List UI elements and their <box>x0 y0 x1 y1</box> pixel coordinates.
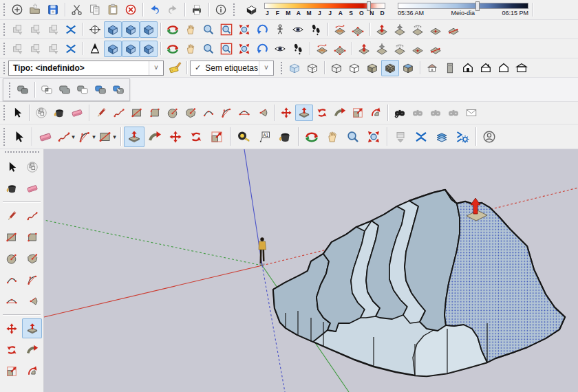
smoove-button[interactable] <box>355 41 373 57</box>
chevron-down-icon[interactable]: ˅ <box>149 61 163 75</box>
dropdown-arrow-icon[interactable]: ▾ <box>113 133 116 140</box>
print-button[interactable] <box>188 1 206 18</box>
warehouse-share-button[interactable] <box>44 41 62 57</box>
union-button[interactable] <box>56 81 74 98</box>
model-viewport[interactable] <box>44 149 578 392</box>
back-view-button[interactable] <box>477 60 495 76</box>
toolbar-grip[interactable] <box>232 2 235 17</box>
look-around-button[interactable] <box>271 41 289 57</box>
stamp-button[interactable] <box>391 21 409 38</box>
zoom-button[interactable] <box>343 127 363 147</box>
eraser-button[interactable] <box>35 127 56 147</box>
soften-edges-button[interactable] <box>62 21 80 38</box>
tin-from-scratch-button[interactable] <box>331 41 349 57</box>
circle-button[interactable] <box>164 105 182 121</box>
right-view-button[interactable] <box>513 60 531 76</box>
shadow-time-slider[interactable]: 05:36 AM Meio-dia 06:15 PM <box>398 3 528 17</box>
camera-lock-button[interactable] <box>427 105 445 121</box>
shaded-with-textures-button[interactable] <box>381 60 399 76</box>
flip-edge-button[interactable] <box>445 21 462 38</box>
push-pull-button[interactable] <box>295 105 313 121</box>
text-button[interactable]: A1 <box>254 127 275 147</box>
polygon-button[interactable] <box>22 248 42 268</box>
classification-type-combo[interactable]: Tipo: <indefinido> ˅ <box>8 61 164 76</box>
orbit-button[interactable] <box>164 21 182 38</box>
paint-bucket-button[interactable] <box>1 178 21 198</box>
warehouse-get-button[interactable] <box>8 21 26 38</box>
zoom-extents-button[interactable] <box>363 127 384 147</box>
intersect-button[interactable] <box>38 81 56 98</box>
zoom-extents-button[interactable] <box>235 21 253 38</box>
pan-button[interactable] <box>182 21 200 38</box>
outer-shell-button[interactable] <box>14 81 32 98</box>
polygon-button[interactable] <box>182 105 200 121</box>
copy-button[interactable] <box>86 1 104 18</box>
add-detail-button[interactable] <box>427 21 445 38</box>
follow-me-button[interactable] <box>144 127 165 147</box>
eraser-button[interactable] <box>68 105 86 121</box>
follow-me-button[interactable] <box>22 340 42 360</box>
zoom-extents-button[interactable] <box>235 41 253 57</box>
make-component-button[interactable] <box>22 157 42 177</box>
line-button[interactable] <box>1 206 21 226</box>
month-slider-thumb[interactable] <box>367 1 371 11</box>
follow-me-button[interactable] <box>331 105 349 121</box>
toolbar-grip[interactable] <box>2 41 6 56</box>
push-pull-button[interactable] <box>124 127 144 147</box>
cut-button[interactable] <box>68 1 86 18</box>
look-around-button[interactable] <box>289 21 307 38</box>
split-button[interactable] <box>109 81 127 98</box>
three-point-arc-button[interactable] <box>235 105 253 121</box>
monochrome-button[interactable] <box>399 60 417 76</box>
freehand-button[interactable]: ▾ <box>56 127 76 147</box>
two-point-arc-button[interactable] <box>200 105 217 121</box>
arc-button[interactable] <box>217 105 235 121</box>
redo-button[interactable] <box>164 1 182 18</box>
soften-edges-button[interactable] <box>411 127 431 147</box>
zoom-button[interactable] <box>200 41 217 57</box>
model-info-button[interactable] <box>212 1 230 18</box>
rotate-button[interactable] <box>1 340 21 360</box>
zoom-button[interactable] <box>200 21 217 38</box>
move-button[interactable] <box>165 127 186 147</box>
classifier-tag-button[interactable] <box>166 60 184 76</box>
select-button[interactable] <box>1 157 21 177</box>
rotate-button[interactable] <box>313 105 331 121</box>
view-box-2-button[interactable] <box>122 21 140 38</box>
warehouse-upload-button[interactable] <box>26 41 44 57</box>
rotated-rectangle-button[interactable] <box>146 105 164 121</box>
rotated-rectangle-button[interactable] <box>22 227 42 247</box>
pan-button[interactable] <box>322 127 343 147</box>
circle-button[interactable] <box>1 248 21 268</box>
flip-edge-button[interactable] <box>427 41 445 57</box>
move-button[interactable] <box>1 318 21 338</box>
orbit-button[interactable] <box>164 41 182 57</box>
open-button[interactable] <box>26 1 44 18</box>
select-button[interactable] <box>8 127 29 147</box>
left-view-button[interactable] <box>495 60 513 76</box>
hidden-line-button[interactable] <box>345 60 363 76</box>
position-figure-button[interactable] <box>271 21 289 38</box>
push-pull-button[interactable] <box>22 318 42 338</box>
eraser-button[interactable] <box>22 178 42 198</box>
soften-edges-button[interactable] <box>62 41 80 57</box>
drape-button[interactable] <box>391 41 409 57</box>
dropdown-arrow-icon[interactable]: ▾ <box>92 133 96 140</box>
view-box-3-button[interactable] <box>140 41 158 57</box>
arc-button[interactable]: ▾ <box>76 127 97 147</box>
warehouse-share-button[interactable] <box>44 21 62 38</box>
trim-button[interactable] <box>92 81 109 98</box>
terrain-model[interactable] <box>273 190 565 376</box>
pan-button[interactable] <box>182 41 200 57</box>
account-button[interactable] <box>479 127 500 147</box>
subtract-button[interactable] <box>74 81 92 98</box>
warehouse-get-button[interactable] <box>8 41 26 57</box>
camera-look-button[interactable] <box>409 105 427 121</box>
freehand-button[interactable] <box>110 105 128 121</box>
select-button[interactable] <box>8 105 26 121</box>
rectangle-button[interactable] <box>1 227 21 247</box>
rectangle-button[interactable]: ▾ <box>97 127 118 147</box>
top-view-button[interactable] <box>441 60 459 76</box>
view-box-1-button[interactable] <box>104 21 122 38</box>
drape-button[interactable] <box>409 21 427 38</box>
